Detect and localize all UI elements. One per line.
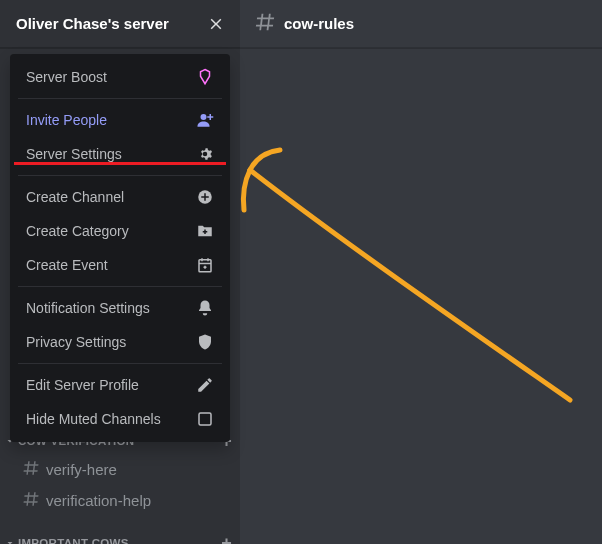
pencil-icon bbox=[196, 376, 214, 394]
chevron-down-icon bbox=[4, 537, 16, 544]
hash-icon bbox=[22, 490, 40, 511]
channel-verify-here[interactable]: verify-here bbox=[0, 454, 240, 485]
checkbox-empty-icon bbox=[196, 410, 214, 428]
menu-label: Invite People bbox=[26, 112, 107, 128]
menu-privacy-settings[interactable]: Privacy Settings bbox=[18, 325, 222, 359]
menu-label: Create Category bbox=[26, 223, 129, 239]
boost-icon bbox=[196, 68, 214, 86]
close-icon[interactable] bbox=[208, 16, 224, 32]
server-dropdown-menu: Server Boost Invite People Server Settin… bbox=[10, 54, 230, 442]
calendar-plus-icon bbox=[196, 256, 214, 274]
menu-label: Edit Server Profile bbox=[26, 377, 139, 393]
menu-create-category[interactable]: Create Category bbox=[18, 214, 222, 248]
menu-create-event[interactable]: Create Event bbox=[18, 248, 222, 282]
menu-separator bbox=[18, 363, 222, 364]
menu-notification-settings[interactable]: Notification Settings bbox=[18, 291, 222, 325]
channel-label: verification-help bbox=[46, 492, 151, 509]
channel-header: cow-rules bbox=[240, 0, 602, 48]
invite-people-icon bbox=[196, 111, 214, 129]
menu-label: Create Channel bbox=[26, 189, 124, 205]
channel-verification-help[interactable]: verification-help bbox=[0, 485, 240, 516]
shield-icon bbox=[196, 333, 214, 351]
category-important-cows[interactable]: IMPORTANT COWS + bbox=[0, 530, 240, 544]
add-channel-icon[interactable]: + bbox=[221, 534, 232, 544]
server-name: Oliver Chase's server bbox=[16, 15, 169, 32]
svg-point-0 bbox=[201, 114, 207, 120]
channel-label: verify-here bbox=[46, 461, 117, 478]
menu-separator bbox=[18, 286, 222, 287]
menu-server-settings[interactable]: Server Settings bbox=[18, 137, 222, 171]
menu-separator bbox=[18, 175, 222, 176]
hash-icon bbox=[254, 11, 276, 37]
svg-rect-3 bbox=[199, 413, 211, 425]
menu-label: Privacy Settings bbox=[26, 334, 126, 350]
menu-invite-people[interactable]: Invite People bbox=[18, 103, 222, 137]
folder-plus-icon bbox=[196, 222, 214, 240]
menu-label: Hide Muted Channels bbox=[26, 411, 161, 427]
menu-label: Create Event bbox=[26, 257, 108, 273]
hash-icon bbox=[22, 459, 40, 480]
menu-label: Server Boost bbox=[26, 69, 107, 85]
menu-create-channel[interactable]: Create Channel bbox=[18, 180, 222, 214]
menu-separator bbox=[18, 98, 222, 99]
menu-server-boost[interactable]: Server Boost bbox=[18, 60, 222, 94]
gear-icon bbox=[196, 145, 214, 163]
server-header[interactable]: Oliver Chase's server bbox=[0, 0, 240, 48]
menu-label: Server Settings bbox=[26, 146, 122, 162]
category-label: IMPORTANT COWS bbox=[18, 537, 129, 544]
plus-circle-icon bbox=[196, 188, 214, 206]
menu-edit-server-profile[interactable]: Edit Server Profile bbox=[18, 368, 222, 402]
channel-title: cow-rules bbox=[284, 15, 354, 32]
menu-label: Notification Settings bbox=[26, 300, 150, 316]
bell-icon bbox=[196, 299, 214, 317]
annotation-underline bbox=[14, 162, 226, 165]
menu-hide-muted-channels[interactable]: Hide Muted Channels bbox=[18, 402, 222, 436]
